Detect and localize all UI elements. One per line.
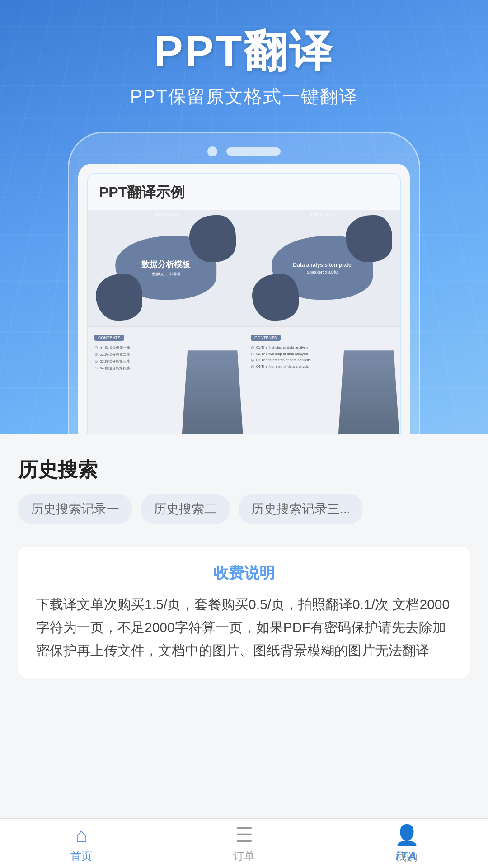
- order-icon: ☰: [235, 823, 253, 846]
- phone-mockup: PPT翻译示例 SNOTFU.COM 数据分析模板 主讲人：小明明: [18, 132, 470, 434]
- phone-camera: [207, 146, 217, 156]
- phone-speaker: [226, 147, 281, 156]
- slide-badge-3: CONTENTS: [94, 335, 124, 341]
- slide-item-3-1: 01.数据分析第一步: [94, 344, 237, 351]
- ita-logo: iTA: [395, 849, 418, 863]
- hero-title: PPT翻译: [18, 27, 470, 75]
- slide-blob-tr-2: [346, 215, 392, 262]
- nav-item-order[interactable]: ☰ 订单: [163, 819, 325, 868]
- slide-building-4: [338, 350, 400, 434]
- pricing-title: 收费说明: [36, 563, 452, 584]
- nav-item-home[interactable]: ⌂ 首页: [0, 819, 163, 868]
- home-icon: ⌂: [75, 824, 88, 846]
- history-tag-1[interactable]: 历史搜索记录一: [18, 494, 132, 524]
- slide-blob-bl-2: [252, 274, 299, 321]
- slide-3: CONTENTS 01.数据分析第一步 02.数据分析第二步 03.数据分析第三…: [88, 327, 244, 434]
- ppt-card-title: PPT翻译示例: [88, 174, 400, 210]
- history-section: 历史搜索 历史搜索记录一 历史搜索二 历史搜索记录三...: [18, 434, 470, 524]
- history-tags: 历史搜索记录一 历史搜索二 历史搜索记录三...: [18, 494, 470, 524]
- slide-site-1: SNOTFU.COM: [154, 212, 178, 217]
- slide-blob-tr-1: [189, 215, 236, 262]
- history-title: 历史搜索: [18, 434, 470, 494]
- slide-item-4-1: 01.The first step of data analysis: [251, 344, 394, 351]
- slide-text-2: Data analysis template Speaker: xiaOfu: [293, 262, 351, 274]
- ppt-slides-grid: SNOTFU.COM 数据分析模板 主讲人：小明明 SNOTFU.COM: [88, 210, 400, 434]
- slide-4: CONTENTS 01.The first step of data analy…: [244, 327, 400, 434]
- history-tag-2[interactable]: 历史搜索二: [141, 494, 230, 524]
- slide-1: SNOTFU.COM 数据分析模板 主讲人：小明明: [88, 210, 244, 326]
- slide-building-3: [181, 350, 244, 434]
- nav-label-home: 首页: [70, 849, 92, 863]
- phone-outer: PPT翻译示例 SNOTFU.COM 数据分析模板 主讲人：小明明: [68, 132, 420, 434]
- pricing-box: 收费说明 下载译文单次购买1.5/页，套餐购买0.5/页，拍照翻译0.1/次 文…: [18, 547, 470, 678]
- hero-subtitle: PPT保留原文格式一键翻译: [18, 84, 470, 109]
- slide-text-1: 数据分析模板 主讲人：小明明: [141, 259, 190, 277]
- main-content: 历史搜索 历史搜索记录一 历史搜索二 历史搜索记录三... 收费说明 下载译文单…: [0, 434, 488, 868]
- user-icon: 👤: [394, 823, 419, 847]
- slide-sub-2: Speaker: xiaOfu: [293, 270, 351, 274]
- nav-item-profile[interactable]: 👤 我的 iTA: [325, 819, 488, 868]
- slide-sub-1: 主讲人：小明明: [141, 271, 190, 277]
- phone-notch: [78, 146, 410, 156]
- slide-site-2: SNOTFU.COM: [310, 212, 334, 217]
- ppt-demo-card: PPT翻译示例 SNOTFU.COM 数据分析模板 主讲人：小明明: [87, 173, 401, 434]
- history-tag-3[interactable]: 历史搜索记录三...: [239, 494, 363, 524]
- pricing-text: 下载译文单次购买1.5/页，套餐购买0.5/页，拍照翻译0.1/次 文档2000…: [36, 593, 452, 662]
- slide-badge-4: CONTENTS: [251, 335, 281, 341]
- slide-2: SNOTFU.COM Data analysis template Speake…: [244, 210, 400, 326]
- nav-label-order: 订单: [233, 849, 255, 863]
- bottom-nav: ⌂ 首页 ☰ 订单 👤 我的 iTA: [0, 818, 488, 868]
- slide-blob-bl-1: [96, 274, 142, 321]
- phone-screen: PPT翻译示例 SNOTFU.COM 数据分析模板 主讲人：小明明: [78, 164, 410, 434]
- hero-section: PPT翻译 PPT保留原文格式一键翻译 PPT翻译示例: [0, 0, 488, 434]
